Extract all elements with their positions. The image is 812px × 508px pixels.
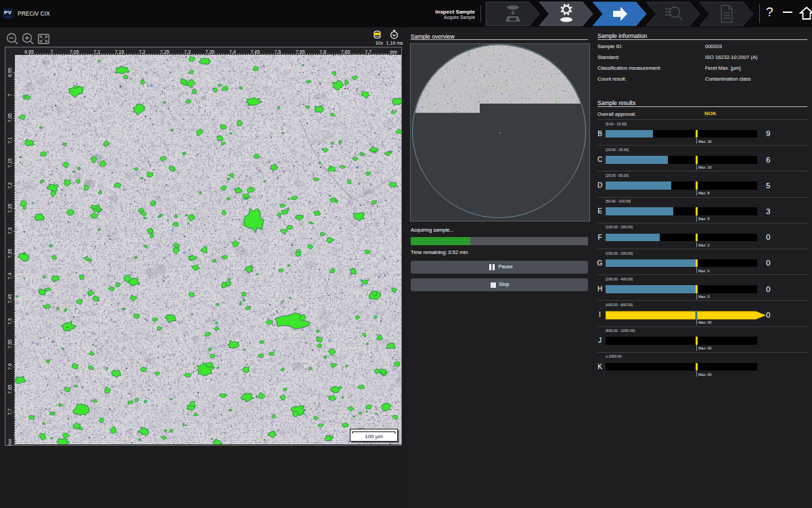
- svg-text:mm: mm: [7, 439, 12, 446]
- svg-text:7,7: 7,7: [7, 408, 12, 415]
- svg-text:7,1: 7,1: [93, 49, 100, 54]
- svg-text:6,95: 6,95: [7, 68, 12, 77]
- svg-text:7,35: 7,35: [205, 49, 215, 54]
- svg-text:7,25: 7,25: [7, 203, 12, 213]
- svg-text:100 µm: 100 µm: [365, 433, 383, 440]
- svg-text:7,4: 7,4: [229, 49, 236, 54]
- svg-text:7,25: 7,25: [160, 49, 170, 54]
- svg-text:7,3: 7,3: [184, 49, 191, 54]
- svg-text:7,4: 7,4: [7, 273, 12, 280]
- svg-text:7,65: 7,65: [7, 385, 12, 394]
- svg-text:6,95: 6,95: [24, 49, 34, 54]
- svg-text:7,6: 7,6: [7, 363, 12, 370]
- svg-text:7,5: 7,5: [7, 318, 12, 324]
- svg-text:7,65: 7,65: [341, 49, 351, 54]
- svg-text:10x: 10x: [376, 41, 384, 45]
- svg-text:7,15: 7,15: [115, 49, 125, 54]
- svg-text:7,45: 7,45: [7, 294, 12, 303]
- svg-text:7,7: 7,7: [365, 49, 371, 54]
- svg-text:7,45: 7,45: [250, 49, 260, 54]
- svg-text:7: 7: [50, 49, 53, 54]
- svg-text:7,35: 7,35: [7, 249, 12, 258]
- svg-text:7,55: 7,55: [7, 339, 12, 349]
- svg-text:7,05: 7,05: [7, 113, 12, 123]
- svg-text:7,3: 7,3: [7, 228, 12, 234]
- svg-text:7,6: 7,6: [319, 49, 326, 54]
- svg-text:7,2: 7,2: [139, 49, 145, 54]
- svg-text:7,2: 7,2: [7, 182, 12, 189]
- svg-text:7,55: 7,55: [296, 49, 305, 54]
- svg-text:7,05: 7,05: [70, 49, 79, 54]
- svg-text:1.19 ms: 1.19 ms: [386, 41, 403, 45]
- svg-text:7,5: 7,5: [275, 49, 281, 54]
- svg-text:7,15: 7,15: [7, 158, 12, 168]
- svg-text:7: 7: [7, 93, 12, 96]
- svg-text:mm: mm: [390, 49, 397, 54]
- svg-text:7,1: 7,1: [7, 137, 12, 144]
